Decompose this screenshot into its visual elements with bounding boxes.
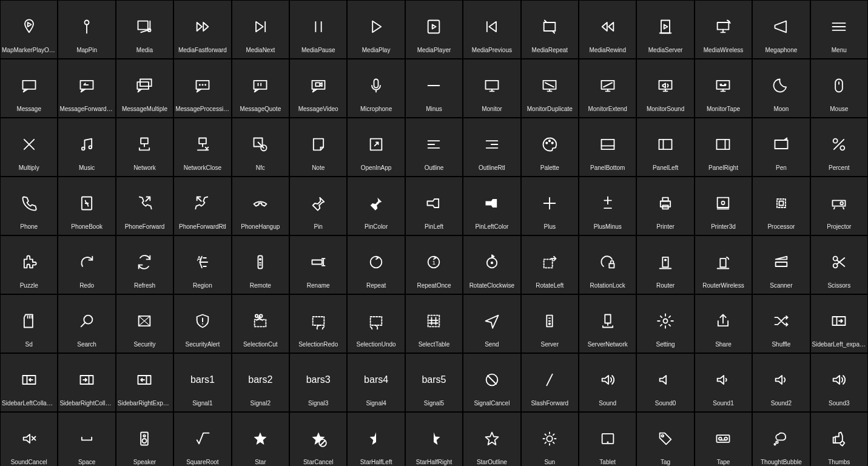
icon-cell-rotationlock[interactable]: RotationLock xyxy=(579,236,636,294)
icon-cell-printer[interactable]: Printer xyxy=(637,177,693,235)
icon-cell-mediaplayer[interactable]: MediaPlayer xyxy=(406,1,462,58)
icon-cell-phone[interactable]: Phone xyxy=(1,177,57,235)
icon-cell-signal5[interactable]: bars5Signal5 xyxy=(406,354,462,411)
icon-cell-sound0[interactable]: Sound0 xyxy=(637,354,693,411)
icon-cell-repeatonce[interactable]: 1RepeatOnce xyxy=(406,236,462,294)
icon-cell-messagevideo[interactable]: MessageVideo xyxy=(290,59,346,117)
icon-cell-sound[interactable]: Sound xyxy=(579,354,636,411)
icon-cell-squareroot[interactable]: SquareRoot xyxy=(174,413,230,466)
icon-cell-tag[interactable]: Tag xyxy=(637,413,693,466)
icon-cell-securityalert[interactable]: SecurityAlert xyxy=(174,295,230,353)
icon-cell-signal3[interactable]: bars3Signal3 xyxy=(290,354,346,411)
icon-cell-panelbottom[interactable]: PanelBottom xyxy=(579,118,636,176)
icon-cell-moon[interactable]: Moon xyxy=(753,59,809,117)
icon-cell-monitorextend[interactable]: MonitorExtend xyxy=(579,59,636,117)
icon-cell-nfc[interactable]: Nfc xyxy=(232,118,289,176)
icon-cell-search[interactable]: Search xyxy=(58,295,115,353)
icon-cell-mediaserver[interactable]: MediaServer xyxy=(637,1,693,58)
icon-cell-phoneforwardrtl[interactable]: PhoneForwardRtl xyxy=(174,177,230,235)
icon-cell-send[interactable]: Send xyxy=(463,295,520,353)
icon-cell-mediarepeat[interactable]: MediaRepeat xyxy=(522,1,578,58)
icon-cell-network[interactable]: Network xyxy=(116,118,173,176)
icon-cell-mouse[interactable]: Mouse xyxy=(811,59,867,117)
icon-cell-processor[interactable]: Processor xyxy=(753,177,809,235)
icon-cell-pincolor[interactable]: PinColor xyxy=(348,177,404,235)
icon-cell-sd[interactable]: Sd xyxy=(1,295,57,353)
icon-cell-panelleft[interactable]: PanelLeft xyxy=(637,118,693,176)
icon-cell-selectionredo[interactable]: SelectionRedo xyxy=(290,295,346,353)
icon-cell-mappin[interactable]: MapPin xyxy=(58,1,115,58)
icon-cell-monitorsound[interactable]: MonitorSound xyxy=(637,59,693,117)
icon-cell-messagequote[interactable]: MessageQuote xyxy=(232,59,289,117)
icon-cell-signal1[interactable]: bars1Signal1 xyxy=(174,354,230,411)
icon-cell-starhalfright[interactable]: StarHalfRight xyxy=(406,413,462,466)
icon-cell-sidebarrightcollapse[interactable]: SidebarRightCollapse xyxy=(58,354,115,411)
icon-cell-remote[interactable]: Remote xyxy=(232,236,289,294)
icon-cell-sidebarleft_expand[interactable]: SidebarLeft_expand xyxy=(811,295,867,353)
icon-cell-sound1[interactable]: Sound1 xyxy=(695,354,752,411)
icon-cell-sun[interactable]: Sun xyxy=(522,413,578,466)
icon-cell-soundcancel[interactable]: SoundCancel xyxy=(1,413,57,466)
icon-cell-printer3d[interactable]: Printer3d xyxy=(695,177,752,235)
icon-cell-mediarewind[interactable]: MediaRewind xyxy=(579,1,636,58)
icon-cell-microphone[interactable]: Microphone xyxy=(348,59,404,117)
icon-cell-phonehangup[interactable]: PhoneHangup xyxy=(232,177,289,235)
icon-cell-monitorduplicate[interactable]: MonitorDuplicate xyxy=(522,59,578,117)
icon-cell-star[interactable]: Star xyxy=(232,413,289,466)
icon-cell-selectioncut[interactable]: SelectionCut xyxy=(232,295,289,353)
icon-cell-panelright[interactable]: PanelRight xyxy=(695,118,752,176)
icon-cell-redo[interactable]: Redo xyxy=(58,236,115,294)
icon-cell-signal2[interactable]: bars2Signal2 xyxy=(232,354,289,411)
icon-cell-messageforwardrtl[interactable]: MessageForwardRtl xyxy=(58,59,115,117)
icon-cell-message[interactable]: Message xyxy=(1,59,57,117)
icon-cell-router[interactable]: Router xyxy=(637,236,693,294)
icon-cell-slashforward[interactable]: SlashForward xyxy=(522,354,578,411)
icon-cell-music[interactable]: Music xyxy=(58,118,115,176)
icon-cell-phonebook[interactable]: PhoneBook xyxy=(58,177,115,235)
icon-cell-sidebarrightexpand[interactable]: SidebarRightExpand xyxy=(116,354,173,411)
icon-cell-speaker[interactable]: Speaker xyxy=(116,413,173,466)
icon-cell-outlinertl[interactable]: OutlineRtl xyxy=(463,118,520,176)
icon-cell-puzzle[interactable]: Puzzle xyxy=(1,236,57,294)
icon-cell-mediaplay[interactable]: MediaPlay xyxy=(348,1,404,58)
icon-cell-sound2[interactable]: Sound2 xyxy=(753,354,809,411)
icon-cell-megaphone[interactable]: Megaphone xyxy=(753,1,809,58)
icon-cell-note[interactable]: Note xyxy=(290,118,346,176)
icon-cell-monitortape[interactable]: MonitorTape xyxy=(695,59,752,117)
icon-cell-mediawireless[interactable]: MediaWireless xyxy=(695,1,752,58)
icon-cell-palette[interactable]: Palette xyxy=(522,118,578,176)
icon-cell-openinapp[interactable]: OpenInApp xyxy=(348,118,404,176)
icon-cell-thoughtbubble[interactable]: ThoughtBubble xyxy=(753,413,809,466)
icon-cell-starcancel[interactable]: StarCancel xyxy=(290,413,346,466)
icon-cell-rotateleft[interactable]: RotateLeft xyxy=(522,236,578,294)
icon-cell-plusminus[interactable]: PlusMinus xyxy=(579,177,636,235)
icon-cell-plus[interactable]: Plus xyxy=(522,177,578,235)
icon-cell-projector[interactable]: Projector xyxy=(811,177,867,235)
icon-cell-monitor[interactable]: Monitor xyxy=(463,59,520,117)
icon-cell-pen[interactable]: Pen xyxy=(753,118,809,176)
icon-cell-phoneforward[interactable]: PhoneForward xyxy=(116,177,173,235)
icon-cell-server[interactable]: Server xyxy=(522,295,578,353)
icon-cell-selectionundo[interactable]: SelectionUndo xyxy=(348,295,404,353)
icon-cell-scissors[interactable]: Scissors xyxy=(811,236,867,294)
icon-cell-staroutline[interactable]: StarOutline xyxy=(463,413,520,466)
icon-cell-mediafastforward[interactable]: MediaFastforward xyxy=(174,1,230,58)
icon-cell-messageprocessing[interactable]: MessageProcessing xyxy=(174,59,230,117)
icon-cell-pin[interactable]: Pin xyxy=(290,177,346,235)
icon-cell-repeat[interactable]: Repeat xyxy=(348,236,404,294)
icon-cell-setting[interactable]: Setting xyxy=(637,295,693,353)
icon-cell-multiply[interactable]: Multiply xyxy=(1,118,57,176)
icon-cell-mapmarkerplayoutline[interactable]: MapMarkerPlayOutline xyxy=(1,1,57,58)
icon-cell-sound3[interactable]: Sound3 xyxy=(811,354,867,411)
icon-cell-tape[interactable]: Tape xyxy=(695,413,752,466)
icon-cell-starhalfleft[interactable]: StarHalfLeft xyxy=(348,413,404,466)
icon-cell-shuffle[interactable]: Shuffle xyxy=(753,295,809,353)
icon-cell-medianext[interactable]: MediaNext xyxy=(232,1,289,58)
icon-cell-messagemultiple[interactable]: MessageMultiple xyxy=(116,59,173,117)
icon-cell-space[interactable]: Space xyxy=(58,413,115,466)
icon-cell-signalcancel[interactable]: SignalCancel xyxy=(463,354,520,411)
icon-cell-networkclose[interactable]: NetworkClose xyxy=(174,118,230,176)
icon-cell-rotateclockwise[interactable]: RotateClockwise xyxy=(463,236,520,294)
icon-cell-sidebarleftcollapse[interactable]: SidebarLeftCollapse xyxy=(1,354,57,411)
icon-cell-refresh[interactable]: Refresh xyxy=(116,236,173,294)
